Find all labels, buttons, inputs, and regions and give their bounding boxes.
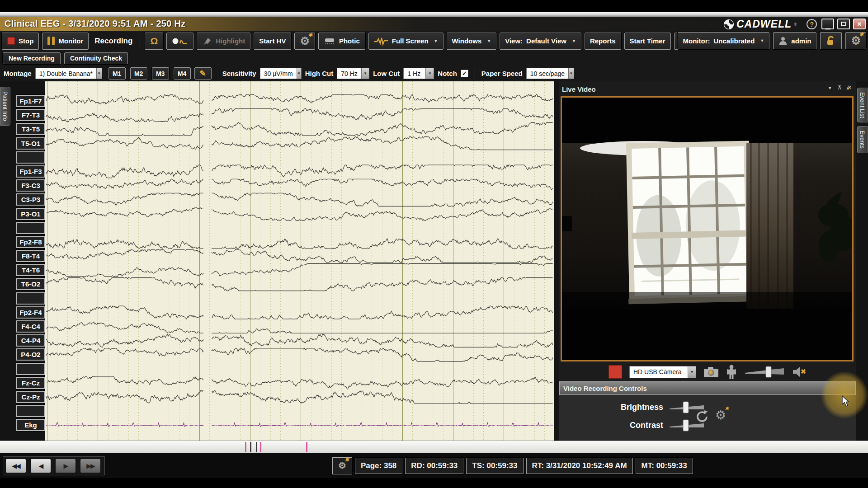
channel-label[interactable]: T3-T5 <box>16 123 45 135</box>
channel-label[interactable]: T5-O1 <box>16 137 45 150</box>
channel-label[interactable]: F4-C4 <box>16 320 45 333</box>
start-hv-button[interactable]: Start HV <box>254 33 291 50</box>
channel-label[interactable]: P4-O2 <box>16 348 45 361</box>
zoom-slider[interactable] <box>744 365 785 379</box>
maximize-button[interactable] <box>837 19 850 29</box>
high-cut-select[interactable]: 70 Hz ▼ <box>337 68 369 79</box>
monitor-calibration-select[interactable]: Monitor: Uncalibrated ▼ <box>678 32 770 49</box>
record-indicator[interactable] <box>609 365 622 379</box>
forward-button[interactable]: ▶ <box>55 459 76 473</box>
side-tab-events[interactable]: Events <box>857 126 868 153</box>
mute-speaker-icon[interactable] <box>792 366 807 378</box>
view-value: Default View <box>526 37 566 45</box>
camera-video-frame[interactable] <box>561 96 854 361</box>
impedance-button[interactable]: Ω <box>145 33 163 50</box>
montage-select[interactable]: 1) Double Banana* ▼ <box>35 68 102 79</box>
photic-button[interactable]: Photic <box>318 33 365 50</box>
channel-label[interactable]: F3-C3 <box>16 179 45 192</box>
full-screen-label: Full Screen <box>392 37 429 45</box>
recording-timeline[interactable] <box>0 441 868 453</box>
montage-edit-button[interactable]: ✎ <box>194 67 212 80</box>
video-recording-controls-title: Video Recording Controls <box>563 385 647 392</box>
channel-label[interactable]: C4-P4 <box>16 334 45 347</box>
view-select[interactable]: View: Default View ▼ <box>500 33 581 50</box>
fast-forward-button[interactable]: ▶▶ <box>80 459 101 473</box>
channel-label[interactable]: F8-T4 <box>16 250 45 262</box>
channel-label[interactable]: Fz-Cz <box>16 377 45 389</box>
snapshot-camera-icon[interactable] <box>703 366 719 378</box>
eeg-trace-display[interactable] <box>45 81 554 441</box>
collapse-up-icon[interactable]: ▲ <box>845 85 850 90</box>
channel-label[interactable]: Ekg <box>16 419 45 431</box>
channel-label-blank[interactable] <box>16 292 45 305</box>
channel-label[interactable]: T6-O2 <box>16 278 45 290</box>
new-recording-button[interactable]: New Recording <box>3 52 61 64</box>
camera-select[interactable]: HD USB Camera ▼ <box>629 366 696 378</box>
side-tab-event-list[interactable]: Event List <box>857 88 868 122</box>
channel-label[interactable]: P3-O1 <box>16 208 45 220</box>
video-settings-gear-icon[interactable]: ⚙✱ <box>715 409 726 422</box>
lock-button[interactable] <box>820 32 842 49</box>
channel-label-blank[interactable] <box>16 222 45 234</box>
channel-label-blank[interactable] <box>16 363 45 375</box>
reports-button[interactable]: Reports <box>585 33 621 50</box>
channel-label-column: Fp1-F7F7-T3T3-T5T5-O1Fp1-F3F3-C3C3-P3P3-… <box>16 95 46 433</box>
window-title: Clinical EEG - 3/31/2020 9:51 AM - 250 H… <box>5 19 186 29</box>
highlight-button[interactable]: Highlight <box>197 33 250 50</box>
channel-label[interactable]: T4-T6 <box>16 264 45 276</box>
channel-label-blank[interactable] <box>16 405 45 417</box>
pin-icon[interactable]: ⊼ <box>838 84 842 91</box>
fast-back-button[interactable]: ◀◀ <box>5 459 26 473</box>
low-cut-select[interactable]: 1 Hz ▼ <box>403 68 434 79</box>
fast-forward-icon: ▶▶ <box>86 462 94 469</box>
channel-label[interactable]: Cz-Pz <box>16 391 45 403</box>
channel-label[interactable]: Fp2-F8 <box>16 236 45 248</box>
timeline-event-marker[interactable] <box>245 442 246 452</box>
stop-button[interactable]: Stop <box>2 33 39 50</box>
settings-button[interactable]: ⚙✱ <box>845 32 866 49</box>
paper-speed-select[interactable]: 10 sec/page ▼ <box>526 68 574 79</box>
video-recording-controls-header[interactable]: Video Recording Controls <box>559 381 856 395</box>
timeline-event-marker[interactable] <box>260 442 261 452</box>
photic-lamp-icon <box>324 37 335 45</box>
start-timer-button[interactable]: Start Timer <box>624 33 671 50</box>
sensitivity-label: Sensitivity <box>222 70 256 77</box>
window-top-border <box>0 12 868 17</box>
continuity-check-button[interactable]: Continuity Check <box>64 52 128 64</box>
event-marker-button[interactable] <box>166 33 193 50</box>
patient-position-icon[interactable] <box>726 365 737 379</box>
help-button[interactable]: ? <box>807 19 817 29</box>
channel-label[interactable]: Fp1-F7 <box>16 95 45 107</box>
channel-label[interactable]: C3-P3 <box>16 193 45 206</box>
timeline-event-marker[interactable] <box>256 442 257 452</box>
user-name: admin <box>791 37 811 45</box>
reset-icon[interactable] <box>695 409 708 423</box>
channel-label[interactable]: Fp1-F3 <box>16 165 45 178</box>
panel-collapse-icon[interactable]: ▼ <box>828 85 832 91</box>
montage-toolbar: Montage 1) Double Banana* ▼ M1M2M3M4 ✎ S… <box>0 66 868 81</box>
montage-memory-button[interactable]: M1 <box>108 67 126 80</box>
user-icon <box>778 36 788 45</box>
back-button[interactable]: ◀ <box>30 459 51 473</box>
minimize-button[interactable]: ▁ <box>821 19 834 29</box>
channel-label[interactable]: Fp2-F4 <box>16 306 45 319</box>
status-settings-button[interactable]: ⚙✱ <box>332 457 352 474</box>
hv-settings-button[interactable]: ⚙✱ <box>294 33 315 50</box>
monitor-button[interactable]: Monitor <box>42 33 89 50</box>
sensitivity-select[interactable]: 30 µV/mm ▼ <box>260 68 302 79</box>
toolbar-divider <box>475 68 475 80</box>
montage-memory-button[interactable]: M4 <box>174 67 191 80</box>
montage-memory-button[interactable]: M3 <box>152 67 169 80</box>
full-screen-button[interactable]: Full Screen ▼ <box>368 33 443 50</box>
patient-info-tab[interactable]: Patient Info <box>0 87 10 126</box>
timeline-event-marker[interactable] <box>306 442 307 452</box>
notch-checkbox[interactable]: ✓ <box>461 70 468 77</box>
close-button[interactable]: ✕ <box>853 19 866 29</box>
monitor-select-value: Uncalibrated <box>714 37 755 45</box>
user-button[interactable]: admin <box>773 32 816 49</box>
timeline-event-marker[interactable] <box>250 442 251 452</box>
montage-memory-button[interactable]: M2 <box>130 67 147 80</box>
channel-label[interactable]: F7-T3 <box>16 109 45 121</box>
channel-label-blank[interactable] <box>16 151 45 164</box>
windows-menu-button[interactable]: Windows ▼ <box>447 33 497 50</box>
